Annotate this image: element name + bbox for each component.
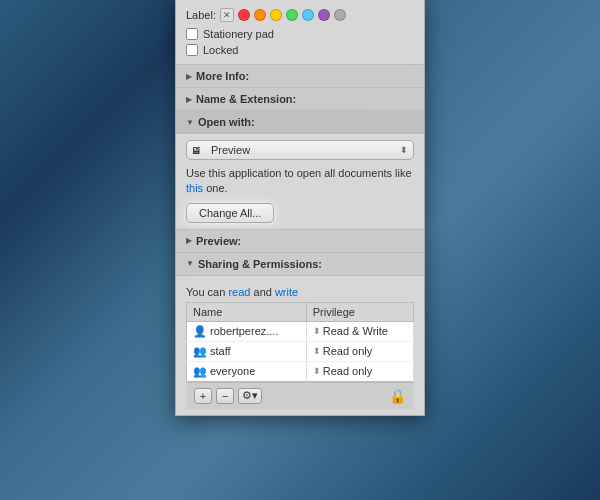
user-name-cell: 👥everyone xyxy=(187,361,307,381)
app-select[interactable]: Preview xyxy=(186,140,414,160)
permissions-table: Name Privilege 👤robertperez.... ⬍ Read &… xyxy=(186,302,414,382)
privilege-cell[interactable]: ⬍ Read & Write xyxy=(306,321,413,341)
highlight-this: this xyxy=(186,182,203,194)
privilege-arrows-icon: ⬍ xyxy=(313,366,321,376)
open-with-section: 🖥 Preview ⬍ Use this application to open… xyxy=(176,134,424,230)
app-icon: 🖥 xyxy=(191,145,201,156)
privilege-arrows-icon: ⬍ xyxy=(313,326,321,336)
color-purple[interactable] xyxy=(318,9,330,21)
more-info-triangle: ▶ xyxy=(186,72,192,81)
lock-icon[interactable]: 🔒 xyxy=(389,388,406,404)
can-read-write-text: You can read and write xyxy=(186,282,414,302)
more-info-label: More Info: xyxy=(196,70,249,82)
open-with-header[interactable]: ▼ Open with: xyxy=(176,111,424,134)
sharing-section: You can read and write Name Privilege 👤r… xyxy=(176,276,424,415)
stationery-row: Stationery pad xyxy=(176,26,424,42)
preview-triangle: ▶ xyxy=(186,236,192,245)
color-blue[interactable] xyxy=(302,9,314,21)
name-column-header: Name xyxy=(187,302,307,321)
table-row: 👥everyone ⬍ Read only xyxy=(187,361,414,381)
preview-label: Preview: xyxy=(196,235,241,247)
privilege-arrows-icon: ⬍ xyxy=(313,346,321,356)
color-orange[interactable] xyxy=(254,9,266,21)
locked-row: Locked xyxy=(176,42,424,58)
user-name-cell: 👥staff xyxy=(187,341,307,361)
name-extension-triangle: ▶ xyxy=(186,95,192,104)
locked-label: Locked xyxy=(203,44,238,56)
color-red[interactable] xyxy=(238,9,250,21)
permissions-toolbar: + − ⚙▾ 🔒 xyxy=(186,382,414,409)
name-extension-label: Name & Extension: xyxy=(196,93,296,105)
read-highlight: read xyxy=(228,286,250,298)
sharing-header[interactable]: ▼ Sharing & Permissions: xyxy=(176,253,424,276)
stationery-checkbox[interactable] xyxy=(186,28,198,40)
label-text: Label: xyxy=(186,9,216,21)
color-yellow[interactable] xyxy=(270,9,282,21)
preview-header[interactable]: ▶ Preview: xyxy=(176,230,424,253)
write-highlight: write xyxy=(275,286,298,298)
privilege-cell[interactable]: ⬍ Read only xyxy=(306,341,413,361)
label-x-button[interactable]: ✕ xyxy=(220,8,234,22)
group-icon: 👥 xyxy=(193,365,207,378)
open-with-triangle: ▼ xyxy=(186,118,194,127)
table-row: 👤robertperez.... ⬍ Read & Write xyxy=(187,321,414,341)
change-all-button[interactable]: Change All... xyxy=(186,203,274,223)
color-green[interactable] xyxy=(286,9,298,21)
sharing-triangle: ▼ xyxy=(186,259,194,268)
group-icon: 👥 xyxy=(193,345,207,358)
add-button[interactable]: + xyxy=(194,388,212,404)
person-icon: 👤 xyxy=(193,325,207,338)
remove-button[interactable]: − xyxy=(216,388,234,404)
locked-checkbox[interactable] xyxy=(186,44,198,56)
stationery-label: Stationery pad xyxy=(203,28,274,40)
privilege-cell[interactable]: ⬍ Read only xyxy=(306,361,413,381)
table-row: 👥staff ⬍ Read only xyxy=(187,341,414,361)
info-panel: Label: ✕ Stationery pad Locked ▶ More In… xyxy=(175,0,425,416)
open-with-description: Use this application to open all documen… xyxy=(186,166,414,197)
name-extension-header[interactable]: ▶ Name & Extension: xyxy=(176,88,424,111)
user-name-cell: 👤robertperez.... xyxy=(187,321,307,341)
app-select-wrapper: 🖥 Preview ⬍ xyxy=(186,140,414,160)
color-gray[interactable] xyxy=(334,9,346,21)
sharing-label: Sharing & Permissions: xyxy=(198,258,322,270)
privilege-column-header: Privilege xyxy=(306,302,413,321)
label-section: Label: ✕ Stationery pad Locked xyxy=(176,0,424,65)
open-with-label: Open with: xyxy=(198,116,255,128)
more-info-header[interactable]: ▶ More Info: xyxy=(176,65,424,88)
gear-button[interactable]: ⚙▾ xyxy=(238,388,262,404)
